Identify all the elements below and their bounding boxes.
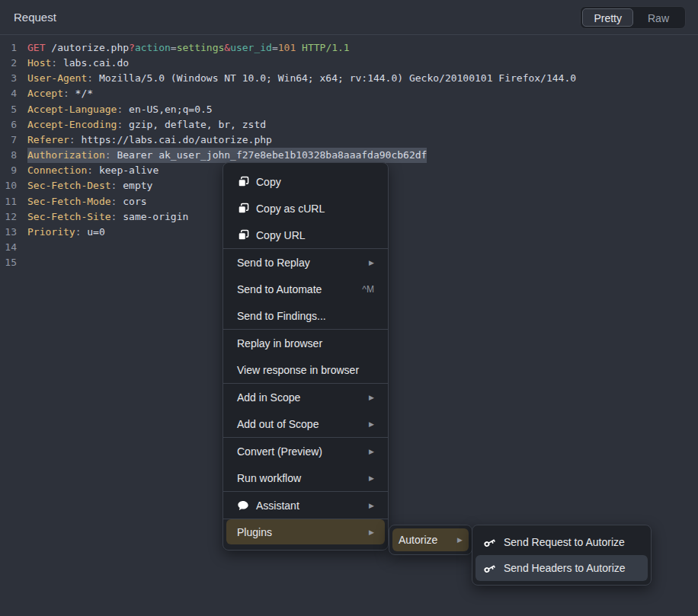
menu-item-label: Send Request to Autorize <box>504 536 640 548</box>
token: GET <box>27 42 45 53</box>
menu-item-copy-url[interactable]: Copy URL <box>223 222 388 248</box>
code-text: Accept-Language: en-US,en;q=0.5 <box>27 102 213 117</box>
code-text: Sec-Fetch-Mode: cors <box>27 194 147 209</box>
menu-item-add-in-scope[interactable]: Add in Scope▶ <box>223 384 388 410</box>
chevron-right-icon: ▶ <box>369 528 374 536</box>
code-text: User-Agent: Mozilla/5.0 (Windows NT 10.0… <box>27 71 576 86</box>
token: : <box>69 134 75 145</box>
plugins-submenu: Autorize▶ <box>389 525 472 555</box>
menu-item-send-headers-to-autorize[interactable]: Send Headers to Autorize <box>475 555 648 581</box>
token: user_id <box>230 42 272 53</box>
request-line: 6Accept-Encoding: gzip, deflate, br, zst… <box>0 117 698 132</box>
chevron-right-icon: ▶ <box>369 502 374 509</box>
view-toggle: Pretty Raw <box>580 6 686 29</box>
token: Sec-Fetch-Dest <box>27 180 111 191</box>
token: */* <box>69 88 93 99</box>
menu-item-view-response-in-browser[interactable]: View response in browser <box>223 356 388 383</box>
menu-item-copy-as-curl[interactable]: Copy as cURL <box>223 195 388 222</box>
token: labs.cai.do <box>57 57 129 69</box>
code-text: Host: labs.cai.do <box>27 56 129 71</box>
token: : <box>51 57 57 69</box>
context-menu: CopyCopy as cURLCopy URLSend to Replay▶S… <box>223 162 389 551</box>
token: cors <box>117 196 146 207</box>
chevron-right-icon: ▶ <box>369 448 374 455</box>
line-number: 9 <box>0 163 17 178</box>
request-line: 7Referer: https://labs.cai.do/autorize.p… <box>0 132 698 148</box>
line-number: 7 <box>0 132 17 148</box>
line-number: 2 <box>0 56 17 71</box>
chevron-right-icon: ▶ <box>457 536 463 544</box>
token: Sec-Fetch-Mode <box>27 196 111 207</box>
menu-item-label: Copy <box>256 176 374 188</box>
token: : <box>87 72 93 84</box>
token: en-US,en;q=0.5 <box>123 104 212 115</box>
line-number: 3 <box>0 71 17 86</box>
tab-pretty[interactable]: Pretty <box>582 8 633 27</box>
menu-item-send-to-findings[interactable]: Send to Findings... <box>223 302 388 329</box>
menu-item-send-to-automate[interactable]: Send to Automate^M <box>223 276 388 302</box>
token: Connection <box>27 164 87 176</box>
token: Mozilla/5.0 (Windows NT 10.0; Win64; x64… <box>93 72 576 84</box>
menu-item-shortcut: ^M <box>362 284 374 295</box>
token: Accept-Language <box>27 104 117 115</box>
token: 101 <box>278 42 296 53</box>
page-title: Request <box>14 11 56 24</box>
line-number: 11 <box>0 194 17 209</box>
menu-item-send-request-to-autorize[interactable]: Send Request to Autorize <box>475 529 648 555</box>
menu-item-label: Convert (Preview) <box>237 445 358 458</box>
menu-item-label: Send to Automate <box>237 283 351 295</box>
token: u=0 <box>81 226 104 238</box>
menu-item-label: Add in Scope <box>237 391 358 404</box>
copy-icon <box>237 176 249 188</box>
menu-item-copy[interactable]: Copy <box>223 168 388 195</box>
token: Sec-Fetch-Site <box>27 211 111 222</box>
key-icon <box>483 562 496 575</box>
line-number: 14 <box>0 240 17 255</box>
token: ? <box>129 42 135 53</box>
code-text: Referer: https://labs.cai.do/autorize.ph… <box>27 132 272 148</box>
menu-item-replay-in-browser[interactable]: Replay in browser <box>223 330 388 356</box>
menu-item-assistant[interactable]: Assistant▶ <box>223 492 388 519</box>
token: & <box>224 42 230 53</box>
token: : <box>63 88 69 99</box>
token: same-origin <box>117 211 188 222</box>
tab-raw[interactable]: Raw <box>633 8 684 27</box>
menu-item-label: View response in browser <box>237 364 374 376</box>
token: = <box>272 42 278 53</box>
line-number: 8 <box>0 148 17 163</box>
menu-item-plugins[interactable]: Plugins▶ <box>226 519 385 544</box>
token: : <box>105 149 111 161</box>
line-number: 13 <box>0 225 17 240</box>
menu-item-add-out-of-scope[interactable]: Add out of Scope▶ <box>223 410 388 437</box>
chat-icon <box>237 500 249 512</box>
code-text: Connection: keep-alive <box>27 163 158 178</box>
menu-item-run-workflow[interactable]: Run workflow▶ <box>223 464 388 491</box>
code-text: Priority: u=0 <box>27 225 105 240</box>
request-header: Request Pretty Raw <box>0 0 698 35</box>
line-number: 15 <box>0 255 17 270</box>
menu-item-send-to-replay[interactable]: Send to Replay▶ <box>223 249 388 276</box>
token: /autorize.php <box>45 42 129 53</box>
line-number: 5 <box>0 102 17 117</box>
token: Accept <box>27 88 63 99</box>
copy-icon <box>237 229 249 241</box>
chevron-right-icon: ▶ <box>369 394 374 401</box>
line-number: 6 <box>0 117 17 132</box>
request-line: 2Host: labs.cai.do <box>0 56 698 71</box>
selected-code-text: Authorization: Bearer ak_user_john_f27e8… <box>27 148 427 163</box>
token: keep-alive <box>93 164 158 176</box>
token: User-Agent <box>27 72 87 84</box>
line-number: 4 <box>0 86 17 101</box>
token: HTTP/1.1 <box>302 42 350 53</box>
menu-item-label: Copy as cURL <box>256 203 374 215</box>
menu-item-label: Plugins <box>237 526 358 538</box>
menu-item-convert-preview[interactable]: Convert (Preview)▶ <box>223 438 388 464</box>
line-number: 12 <box>0 209 17 225</box>
autorize-actions-submenu: Send Request to AutorizeSend Headers to … <box>472 525 652 586</box>
token: Authorization <box>27 149 105 161</box>
chevron-right-icon: ▶ <box>369 474 374 482</box>
token: gzip, deflate, br, zstd <box>123 119 266 130</box>
menu-item-label: Autorize <box>399 534 448 546</box>
menu-item-autorize[interactable]: Autorize▶ <box>392 528 469 551</box>
token: = <box>171 42 177 53</box>
